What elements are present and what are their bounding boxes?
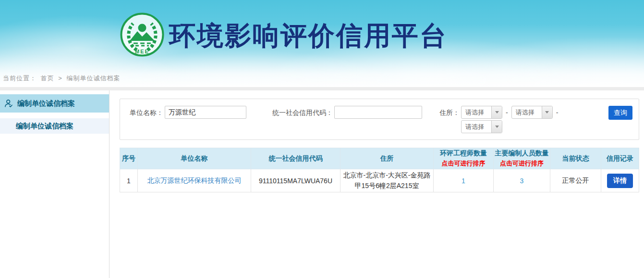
staff-count-link[interactable]: 3 bbox=[520, 177, 524, 185]
province-select-value: 请选择 bbox=[462, 106, 491, 118]
sidebar-group-credit-archive[interactable]: 编制单位诚信档案 bbox=[0, 94, 109, 113]
table-row: 1 北京万源世纪环保科技有限公司 91110115MA7LWUA76U 北京市-… bbox=[120, 169, 639, 192]
staff-count-label: 主要编制人员数量 bbox=[495, 149, 549, 158]
cell-status: 正常公开 bbox=[550, 169, 601, 192]
province-select[interactable]: 请选择 bbox=[461, 106, 502, 119]
breadcrumb-current: 编制单位诚信档案 bbox=[66, 75, 120, 82]
chevron-down-icon[interactable] bbox=[542, 106, 552, 118]
unit-name-label: 单位名称： bbox=[130, 106, 163, 119]
detail-button[interactable]: 详情 bbox=[607, 174, 633, 188]
sidebar: 编制单位诚信档案 编制单位诚信档案 bbox=[0, 90, 109, 278]
breadcrumb: 当前位置： 首页 > 编制单位诚信档案 bbox=[3, 74, 122, 83]
cell-seq: 1 bbox=[120, 169, 138, 192]
district-select[interactable]: 请选择 bbox=[461, 120, 502, 133]
address-select-line2: 请选择 bbox=[461, 120, 558, 133]
address-group: 住所： 请选择 - 请选择 - bbox=[439, 106, 558, 133]
cell-credit-code: 91110115MA7LWUA76U bbox=[251, 169, 340, 192]
search-button[interactable]: 查询 bbox=[608, 106, 632, 120]
sidebar-group-label: 编制单位诚信档案 bbox=[17, 99, 75, 108]
city-select[interactable]: 请选择 bbox=[511, 106, 553, 119]
engineer-count-label: 环评工程师数量 bbox=[435, 149, 492, 158]
content-area: 编制单位诚信档案 编制单位诚信档案 单位名称： 统一社会信用代码： 住所： 请选… bbox=[0, 90, 644, 278]
header-divider bbox=[0, 87, 644, 90]
breadcrumb-label: 当前位置： bbox=[3, 75, 36, 82]
address-dash-2: - bbox=[556, 109, 559, 116]
company-name-link[interactable]: 北京万源世纪环保科技有限公司 bbox=[147, 177, 242, 184]
col-header-seq: 序号 bbox=[120, 148, 138, 169]
engineer-count-link[interactable]: 1 bbox=[462, 177, 465, 185]
address-selects: 请选择 - 请选择 - 请选择 bbox=[461, 106, 558, 133]
col-header-address: 住所 bbox=[340, 148, 434, 169]
address-select-line1: 请选择 - 请选择 - bbox=[461, 106, 558, 119]
credit-code-input[interactable] bbox=[334, 106, 422, 119]
col-header-staff-count[interactable]: 主要编制人员数量 点击可进行排序 bbox=[494, 148, 550, 169]
address-dash-1: - bbox=[506, 109, 508, 116]
search-panel: 单位名称： 统一社会信用代码： 住所： 请选择 - bbox=[120, 99, 639, 140]
credit-code-label: 统一社会信用代码： bbox=[272, 106, 333, 119]
address-label: 住所： bbox=[439, 106, 460, 133]
district-select-value: 请选择 bbox=[462, 121, 491, 133]
sidebar-item-label: 编制单位诚信档案 bbox=[16, 122, 73, 131]
col-header-engineer-count[interactable]: 环评工程师数量 点击可进行排序 bbox=[434, 148, 494, 169]
person-check-icon bbox=[4, 99, 13, 108]
col-header-unit-name: 单位名称 bbox=[138, 148, 251, 169]
chevron-down-icon[interactable] bbox=[491, 106, 502, 118]
staff-count-sort-hint[interactable]: 点击可进行排序 bbox=[495, 159, 549, 168]
site-header: MEE 环境影响评价信用平台 当前位置： 首页 > 编制单位诚信档案 bbox=[0, 0, 644, 87]
results-table: 序号 单位名称 统一社会信用代码 住所 环评工程师数量 点击可进行排序 主要编制… bbox=[120, 148, 639, 192]
table-header-row: 序号 单位名称 统一社会信用代码 住所 环评工程师数量 点击可进行排序 主要编制… bbox=[120, 148, 639, 169]
mee-logo-text: MEE bbox=[135, 49, 149, 54]
page-title: 环境影响评价信用平台 bbox=[169, 18, 448, 54]
main-panel: 单位名称： 统一社会信用代码： 住所： 请选择 - bbox=[109, 90, 644, 278]
col-header-credit-code: 统一社会信用代码 bbox=[251, 148, 340, 169]
mee-logo-icon: MEE bbox=[120, 12, 165, 57]
city-select-value: 请选择 bbox=[512, 106, 542, 118]
breadcrumb-separator: > bbox=[58, 75, 62, 82]
engineer-count-sort-hint[interactable]: 点击可进行排序 bbox=[435, 159, 492, 168]
chevron-down-icon[interactable] bbox=[491, 121, 502, 133]
breadcrumb-home-link[interactable]: 首页 bbox=[41, 75, 54, 82]
search-form-row: 单位名称： 统一社会信用代码： 住所： 请选择 - bbox=[120, 99, 639, 133]
cell-address: 北京市-北京市-大兴区-金苑路甲15号6幢2层A215室 bbox=[340, 169, 434, 192]
col-header-credit-record: 信用记录 bbox=[601, 148, 639, 169]
unit-name-input[interactable] bbox=[165, 106, 246, 119]
sidebar-item-credit-archive[interactable]: 编制单位诚信档案 bbox=[0, 118, 109, 134]
col-header-status: 当前状态 bbox=[550, 148, 601, 169]
